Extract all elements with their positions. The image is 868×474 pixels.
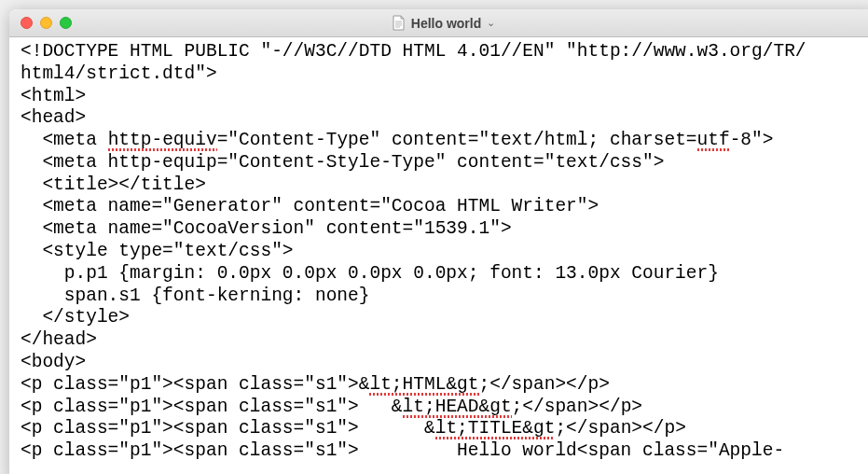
code-line[interactable]: html4/strict.dtd"> — [21, 63, 866, 86]
code-text: <style type="text/css"> — [21, 241, 294, 261]
code-text: <p class="p1"><span class="s1"> Hello wo… — [21, 440, 784, 461]
code-line[interactable]: </head> — [21, 329, 866, 352]
code-line[interactable]: <body> — [21, 352, 866, 374]
traffic-lights — [9, 17, 72, 29]
code-text: ="Content-Type" content="text/html; char… — [217, 130, 697, 150]
code-text: p.p1 {margin: 0.0px 0.0px 0.0px 0.0px; f… — [21, 263, 719, 284]
code-line[interactable]: <meta http-equip="Content-Style-Type" co… — [21, 152, 866, 174]
titlebar[interactable]: Hello world ⌄ — [9, 9, 868, 37]
code-text: <meta name="Generator" content="Cocoa HT… — [21, 196, 599, 216]
code-text: <meta name="CocoaVersion" content="1539.… — [21, 218, 512, 239]
code-text: <html> — [21, 86, 86, 106]
code-line[interactable]: <meta name="Generator" content="Cocoa HT… — [21, 196, 866, 218]
code-line[interactable]: <meta http-equiv="Content-Type" content=… — [21, 130, 866, 152]
code-text: <head> — [21, 107, 86, 128]
code-text: ;</span></p> — [479, 374, 610, 395]
spellcheck-underline[interactable]: lt;HEAD&gt — [403, 397, 512, 417]
code-text: <title></title> — [21, 174, 206, 195]
code-line[interactable]: p.p1 {margin: 0.0px 0.0px 0.0px 0.0px; f… — [21, 263, 866, 286]
document-title: Hello world — [411, 16, 481, 31]
code-text: <meta — [21, 130, 108, 150]
code-text: ;</span></p> — [512, 397, 642, 417]
title-container: Hello world ⌄ — [9, 15, 868, 31]
code-text: span.s1 {font-kerning: none} — [21, 286, 369, 306]
document-icon — [392, 15, 406, 31]
code-line[interactable]: </style> — [21, 307, 866, 329]
code-line[interactable]: <p class="p1"><span class="s1">&lt;HTML&… — [21, 374, 866, 397]
code-text: <p class="p1"><span class="s1">& — [21, 374, 369, 395]
code-line[interactable]: <meta name="CocoaVersion" content="1539.… — [21, 218, 866, 241]
spellcheck-underline[interactable]: lt;HTML&gt — [369, 374, 478, 395]
spellcheck-underline[interactable]: lt;TITLE&gt — [435, 418, 556, 439]
code-line[interactable]: <p class="p1"><span class="s1"> Hello wo… — [21, 440, 866, 463]
code-text: <p class="p1"><span class="s1"> & — [21, 418, 435, 439]
editor-window: Hello world ⌄ <!DOCTYPE HTML PUBLIC "-//… — [9, 9, 868, 474]
code-text: <meta http-equip="Content-Style-Type" co… — [21, 152, 664, 173]
code-text: </style> — [21, 307, 130, 328]
maximize-button[interactable] — [60, 17, 72, 29]
chevron-down-icon[interactable]: ⌄ — [487, 17, 495, 29]
code-line[interactable]: <style type="text/css"> — [21, 241, 866, 263]
code-line[interactable]: <head> — [21, 107, 866, 130]
code-text: </head> — [21, 329, 97, 350]
code-line[interactable]: <!DOCTYPE HTML PUBLIC "-//W3C//DTD HTML … — [21, 41, 866, 63]
code-line[interactable]: span.s1 {font-kerning: none} — [21, 286, 866, 308]
code-line[interactable]: <html> — [21, 86, 866, 108]
text-editor-content[interactable]: <!DOCTYPE HTML PUBLIC "-//W3C//DTD HTML … — [9, 37, 868, 474]
code-text: <body> — [21, 352, 86, 372]
code-text: html4/strict.dtd"> — [21, 63, 217, 84]
code-line[interactable]: <title></title> — [21, 174, 866, 197]
code-text: -8"> — [730, 130, 774, 150]
close-button[interactable] — [21, 17, 33, 29]
code-line[interactable]: <p class="p1"><span class="s1"> &lt;TITL… — [21, 418, 866, 440]
spellcheck-underline[interactable]: http-equiv — [108, 130, 217, 150]
spellcheck-underline[interactable]: utf — [697, 130, 730, 150]
code-text: ;</span></p> — [555, 418, 685, 439]
code-text: <p class="p1"><span class="s1"> & — [21, 397, 403, 417]
minimize-button[interactable] — [40, 17, 52, 29]
code-text: <!DOCTYPE HTML PUBLIC "-//W3C//DTD HTML … — [21, 41, 806, 62]
code-line[interactable]: <p class="p1"><span class="s1"> &lt;HEAD… — [21, 397, 866, 419]
